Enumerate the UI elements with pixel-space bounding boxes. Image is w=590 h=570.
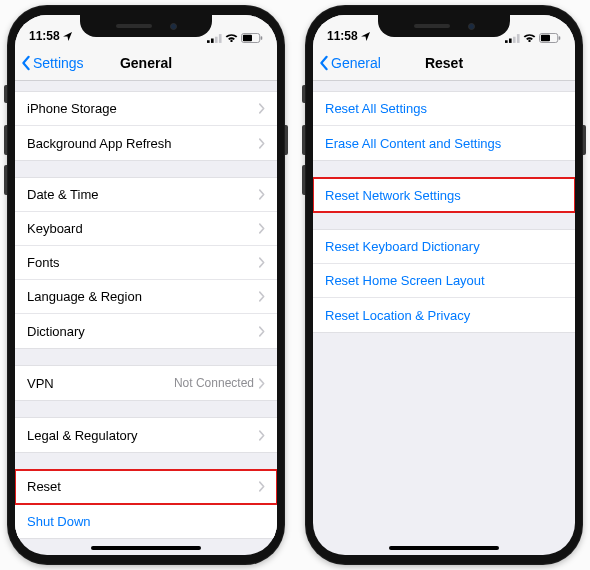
nav-bar: General Reset [313, 45, 575, 81]
row-label: Language & Region [27, 289, 258, 304]
settings-row[interactable]: Date & Time [15, 178, 277, 212]
cellular-icon [207, 34, 222, 43]
chevron-right-icon [258, 138, 265, 149]
svg-rect-13 [559, 36, 561, 40]
row-label: Background App Refresh [27, 136, 258, 151]
screen: 11:58 General Reset Reset All SettingsEr… [313, 15, 575, 555]
group-storage: iPhone StorageBackground App Refresh [15, 91, 277, 161]
status-time: 11:58 [29, 29, 60, 43]
back-button[interactable]: General [313, 55, 381, 71]
settings-row[interactable]: Fonts [15, 246, 277, 280]
row-label: Reset Home Screen Layout [325, 273, 563, 288]
settings-row[interactable]: Dictionary [15, 314, 277, 348]
settings-content[interactable]: iPhone StorageBackground App Refresh Dat… [15, 81, 277, 555]
group-legal: Legal & Regulatory [15, 417, 277, 453]
row-label: iPhone Storage [27, 101, 258, 116]
wifi-icon [523, 34, 536, 43]
group-reset: ResetShut Down [15, 469, 277, 539]
settings-row[interactable]: Reset Network Settings [313, 178, 575, 212]
reset-content[interactable]: Reset All SettingsErase All Content and … [313, 81, 575, 555]
back-label: Settings [33, 55, 84, 71]
row-label: Keyboard [27, 221, 258, 236]
svg-rect-7 [505, 40, 508, 43]
row-label: VPN [27, 376, 174, 391]
settings-row[interactable]: Background App Refresh [15, 126, 277, 160]
nav-bar: Settings General [15, 45, 277, 81]
chevron-left-icon [317, 55, 331, 71]
chevron-right-icon [258, 223, 265, 234]
settings-row[interactable]: Reset Location & Privacy [313, 298, 575, 332]
svg-rect-5 [243, 35, 252, 41]
chevron-right-icon [258, 430, 265, 441]
settings-row[interactable]: Erase All Content and Settings [313, 126, 575, 160]
row-label: Legal & Regulatory [27, 428, 258, 443]
home-indicator[interactable] [91, 546, 201, 550]
row-label: Reset Network Settings [325, 188, 563, 203]
settings-row[interactable]: Reset Home Screen Layout [313, 264, 575, 298]
group-reset-other: Reset Keyboard DictionaryReset Home Scre… [313, 229, 575, 333]
row-label: Reset All Settings [325, 101, 563, 116]
svg-rect-3 [219, 34, 222, 43]
chevron-right-icon [258, 378, 265, 389]
location-icon [63, 32, 72, 41]
group-localization: Date & TimeKeyboardFontsLanguage & Regio… [15, 177, 277, 349]
group-vpn: VPNNot Connected [15, 365, 277, 401]
back-button[interactable]: Settings [15, 55, 84, 71]
row-label: Shut Down [27, 514, 265, 529]
chevron-right-icon [258, 257, 265, 268]
status-time: 11:58 [327, 29, 358, 43]
notch [378, 15, 510, 37]
notch [80, 15, 212, 37]
row-label: Date & Time [27, 187, 258, 202]
home-indicator[interactable] [389, 546, 499, 550]
chevron-right-icon [258, 189, 265, 200]
row-label: Fonts [27, 255, 258, 270]
phone-right: 11:58 General Reset Reset All SettingsEr… [305, 5, 583, 565]
chevron-left-icon [19, 55, 33, 71]
row-label: Reset [27, 479, 258, 494]
settings-row[interactable]: Legal & Regulatory [15, 418, 277, 452]
screen: 11:58 Settings General iPhone StorageBac… [15, 15, 277, 555]
svg-rect-2 [215, 36, 218, 42]
cellular-icon [505, 34, 520, 43]
svg-rect-8 [509, 38, 512, 42]
back-label: General [331, 55, 381, 71]
settings-row[interactable]: Language & Region [15, 280, 277, 314]
battery-icon [241, 33, 263, 43]
row-label: Reset Keyboard Dictionary [325, 239, 563, 254]
location-icon [361, 32, 370, 41]
settings-row[interactable]: iPhone Storage [15, 92, 277, 126]
battery-icon [539, 33, 561, 43]
svg-rect-6 [261, 36, 263, 40]
settings-row[interactable]: Shut Down [15, 504, 277, 538]
chevron-right-icon [258, 326, 265, 337]
svg-rect-9 [513, 36, 516, 42]
svg-rect-12 [541, 35, 550, 41]
chevron-right-icon [258, 291, 265, 302]
svg-rect-10 [517, 34, 520, 43]
settings-row[interactable]: Reset [15, 470, 277, 504]
row-label: Reset Location & Privacy [325, 308, 563, 323]
chevron-right-icon [258, 481, 265, 492]
phone-left: 11:58 Settings General iPhone StorageBac… [7, 5, 285, 565]
svg-rect-1 [211, 38, 214, 42]
svg-rect-0 [207, 40, 210, 43]
row-label: Dictionary [27, 324, 258, 339]
settings-row[interactable]: Reset Keyboard Dictionary [313, 230, 575, 264]
group-reset-all: Reset All SettingsErase All Content and … [313, 91, 575, 161]
wifi-icon [225, 34, 238, 43]
chevron-right-icon [258, 103, 265, 114]
row-value: Not Connected [174, 376, 254, 390]
settings-row[interactable]: Keyboard [15, 212, 277, 246]
settings-row[interactable]: VPNNot Connected [15, 366, 277, 400]
settings-row[interactable]: Reset All Settings [313, 92, 575, 126]
group-reset-network: Reset Network Settings [313, 177, 575, 213]
row-label: Erase All Content and Settings [325, 136, 563, 151]
